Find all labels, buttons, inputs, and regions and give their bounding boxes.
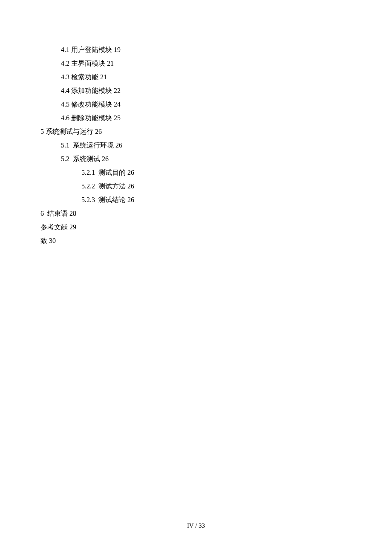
toc-entry: 5.2 系统测试 26 (40, 152, 352, 166)
toc-entry: 4.1 用户登陆模块 19 (40, 43, 352, 57)
table-of-contents: 4.1 用户登陆模块 194.2 主界面模块 214.3 检索功能 214.4 … (40, 43, 352, 248)
toc-entry: 4.6 删除功能模块 25 (40, 111, 352, 125)
toc-entry: 4.5 修改功能模块 24 (40, 98, 352, 111)
toc-entry: 4.4 添加功能模块 22 (40, 84, 352, 98)
toc-entry: 5 系统测试与运行 26 (40, 125, 352, 139)
header-rule (40, 30, 352, 30)
toc-entry: 5.1 系统运行环境 26 (40, 139, 352, 152)
toc-entry: 4.2 主界面模块 21 (40, 57, 352, 70)
toc-entry: 4.3 检索功能 21 (40, 70, 352, 84)
document-page: 4.1 用户登陆模块 194.2 主界面模块 214.3 检索功能 214.4 … (0, 0, 392, 555)
toc-entry: 参考文献 29 (40, 220, 352, 234)
toc-entry: 6 结束语 28 (40, 207, 352, 220)
toc-entry: 5.2.3 测试结论 26 (40, 193, 352, 207)
page-number: IV / 33 (187, 522, 205, 529)
page-footer: IV / 33 (0, 522, 392, 529)
toc-entry: 致 30 (40, 234, 352, 248)
toc-entry: 5.2.1 测试目的 26 (40, 166, 352, 179)
toc-entry: 5.2.2 测试方法 26 (40, 179, 352, 193)
